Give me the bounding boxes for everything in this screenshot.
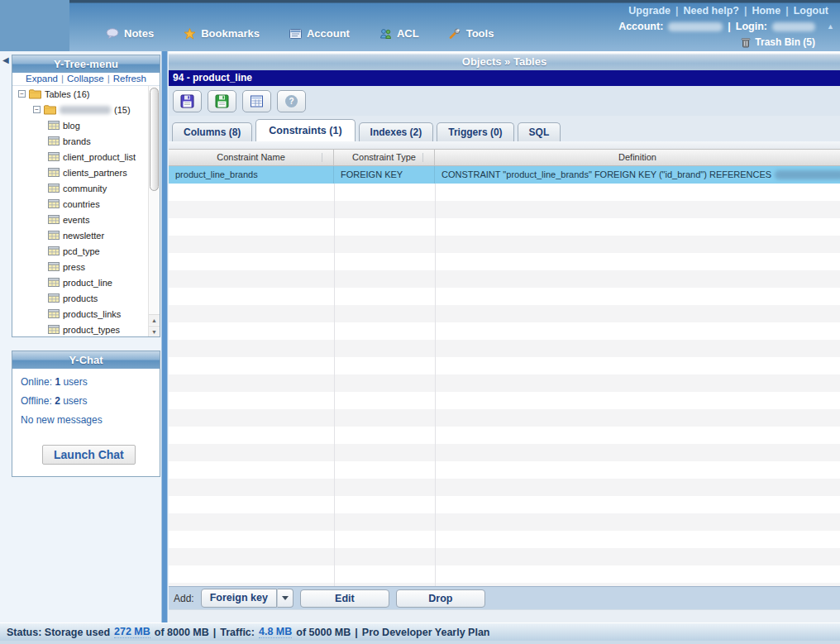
tree-node-table[interactable]: press <box>12 259 160 274</box>
nav-account[interactable]: Account <box>289 27 350 40</box>
login-label: Login: <box>736 21 767 32</box>
nav-acl[interactable]: ACL <box>379 27 419 40</box>
online-label: Online: <box>21 376 52 388</box>
scroll-up-button[interactable]: ▲ <box>149 314 160 325</box>
bottom-strip <box>169 609 840 623</box>
tab-columns[interactable]: Columns (8) <box>172 122 252 141</box>
folder-icon <box>44 105 56 115</box>
save-green-button[interactable] <box>208 90 236 112</box>
online-unit: users <box>63 376 87 388</box>
tree-node-table[interactable]: blog <box>12 117 160 133</box>
save-floppy-icon <box>180 94 194 108</box>
object-title-bar: 94 - product_line <box>169 70 840 86</box>
table-icon <box>48 293 60 303</box>
constraint-type-select[interactable]: Foreign key <box>201 589 294 608</box>
tree-node-table[interactable]: brands <box>12 133 160 149</box>
refresh-link[interactable]: Refresh <box>113 74 146 83</box>
account-card-icon <box>289 29 302 39</box>
nav-account-label: Account <box>307 27 350 40</box>
collapse-topbar-icon[interactable]: ▲ <box>827 22 834 31</box>
upgrade-link[interactable]: Upgrade <box>628 5 671 17</box>
column-divider[interactable] <box>422 153 423 162</box>
add-label: Add: <box>174 593 194 604</box>
save-button[interactable] <box>173 90 202 112</box>
account-value-redacted <box>668 22 723 31</box>
tree-node-tables-root[interactable]: − Tables (16) <box>12 86 160 102</box>
collapse-link[interactable]: Collapse <box>67 74 104 83</box>
tree-scrollbar[interactable]: ▲ ▼ <box>148 86 160 336</box>
tree-node-label: pcd_type <box>63 246 100 256</box>
edit-button[interactable]: Edit <box>300 589 389 608</box>
help-button[interactable]: ? <box>277 90 306 112</box>
separator: | <box>213 627 217 638</box>
grid-view-button[interactable] <box>242 90 271 112</box>
folder-icon <box>29 89 41 99</box>
online-users-line: Online: 1 users <box>21 376 151 388</box>
table-icon <box>48 262 60 271</box>
storage-used-link[interactable]: 272 MB <box>114 626 150 638</box>
tools-wrench-icon <box>449 28 461 39</box>
sidebar: ◀ Y-Tree-menu Expand|Collapse|Refresh − … <box>0 51 169 623</box>
home-link[interactable]: Home <box>752 5 780 17</box>
tree-node-table[interactable]: community <box>12 180 160 196</box>
sidebar-resize-divider[interactable] <box>161 51 168 623</box>
table-icon <box>48 121 60 130</box>
tree-node-table[interactable]: products_links <box>12 306 160 322</box>
chevron-down-icon[interactable] <box>277 589 294 608</box>
constraint-row-selected[interactable]: product_line_brands FOREIGN KEY CONSTRAI… <box>169 166 840 184</box>
collapse-sidebar-icon[interactable]: ◀ <box>2 55 9 64</box>
nav-notes[interactable]: Notes <box>106 27 154 40</box>
nav-notes-label: Notes <box>124 27 154 40</box>
tree-node-label: countries <box>63 199 100 209</box>
collapse-node-icon[interactable]: − <box>33 106 41 113</box>
scrollbar-thumb[interactable] <box>150 88 159 191</box>
collapse-node-icon[interactable]: − <box>18 90 26 98</box>
tab-indexes[interactable]: Indexes (2) <box>359 122 434 141</box>
account-label: Account: <box>618 21 663 32</box>
tree-node-table[interactable]: countries <box>12 196 160 212</box>
page-bottom-edge <box>0 641 840 644</box>
expand-link[interactable]: Expand <box>26 74 58 83</box>
top-links: Upgrade|Need help?|Home|Logout <box>628 5 828 17</box>
tab-constraints[interactable]: Constraints (1) <box>255 119 355 141</box>
definition-db-name-redacted <box>775 170 840 179</box>
tree-node-table[interactable]: events <box>12 212 160 227</box>
plan-label: Pro Developer Yearly Plan <box>362 627 490 638</box>
tree-node-table[interactable]: clients_partners <box>12 165 160 180</box>
drop-button[interactable]: Drop <box>396 589 485 608</box>
tree-node-label: products <box>63 293 98 303</box>
column-separator <box>334 184 335 586</box>
table-icon <box>48 309 60 318</box>
database-name-redacted <box>60 106 111 114</box>
tree-node-table[interactable]: products <box>12 290 160 306</box>
trash-icon <box>741 37 751 48</box>
column-header-definition[interactable]: Definition <box>435 150 840 165</box>
table-icon <box>48 168 60 177</box>
tree-node-table[interactable]: pcd_type <box>12 243 160 259</box>
tree-node-label: client_product_list <box>63 152 136 162</box>
tree-node-table[interactable]: product_types <box>12 322 160 336</box>
tree-node-table[interactable]: client_product_list <box>12 149 160 165</box>
bookmark-star-icon <box>184 28 196 40</box>
tree-node-table[interactable]: product_line <box>12 274 160 290</box>
tree-node-database[interactable]: − (15) <box>12 102 160 117</box>
column-header-constraint-name[interactable]: Constraint Name <box>169 150 334 165</box>
tree-node-label: brands <box>63 136 91 146</box>
nav-bookmarks[interactable]: Bookmarks <box>184 27 260 40</box>
logout-link[interactable]: Logout <box>794 5 828 17</box>
traffic-used-link[interactable]: 4.8 MB <box>259 626 292 638</box>
nav-tools[interactable]: Tools <box>449 27 494 40</box>
constraint-definition-cell: CONSTRAINT "product_line_brands" FOREIGN… <box>435 166 840 184</box>
tab-sql[interactable]: SQL <box>518 122 561 141</box>
launch-chat-button[interactable]: Launch Chat <box>42 445 136 465</box>
column-header-constraint-type[interactable]: Constraint Type <box>334 150 435 165</box>
tree-node-table[interactable]: newsletter <box>12 227 160 243</box>
trash-bin-link[interactable]: Trash Bin (5) <box>741 36 815 48</box>
nav-acl-label: ACL <box>397 27 419 40</box>
toolbar: ? <box>169 86 840 116</box>
tab-triggers[interactable]: Triggers (0) <box>437 122 513 141</box>
tree-node-label: community <box>63 184 107 193</box>
column-divider[interactable] <box>322 153 322 162</box>
need-help-link[interactable]: Need help? <box>684 5 739 17</box>
scroll-down-button[interactable]: ▼ <box>149 326 160 336</box>
